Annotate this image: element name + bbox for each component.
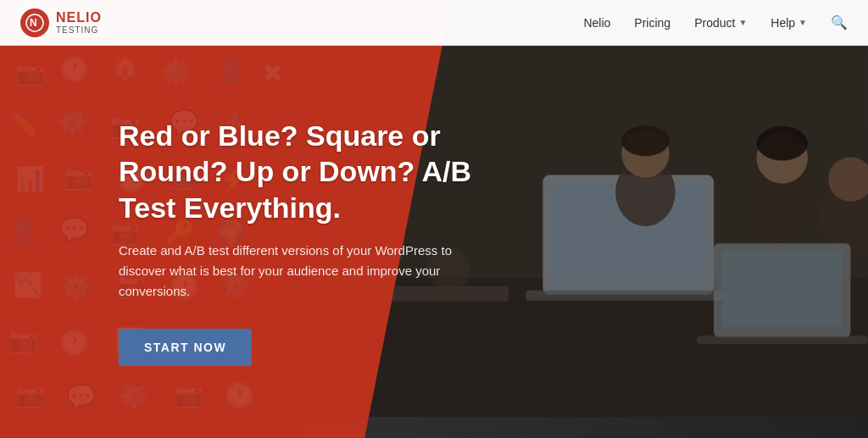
- hero-section: 📷 🕐 🏠 ⚙️ 👤 ✖ ✏️ ⚙️ 📷 💬 🔧 📊 📷 🕐 📺 ⚡ 👤 💬 📷…: [0, 0, 868, 438]
- logo-nelio: NELIO: [56, 10, 102, 25]
- hero-content: Red or Blue? Square or Round? Up or Down…: [0, 46, 868, 438]
- nav-help[interactable]: Help ▼: [771, 16, 807, 30]
- navbar: N NELIO testing Nelio Pricing Product ▼ …: [0, 0, 868, 46]
- help-dropdown-arrow: ▼: [798, 18, 807, 27]
- nav-pricing[interactable]: Pricing: [634, 16, 670, 30]
- logo[interactable]: N NELIO testing: [20, 8, 102, 37]
- nav-nelio[interactable]: Nelio: [583, 16, 610, 30]
- hero-headline: Red or Blue? Square or Round? Up or Down…: [119, 118, 526, 226]
- logo-text: NELIO testing: [56, 10, 102, 35]
- logo-icon: N: [20, 8, 49, 37]
- svg-text:N: N: [30, 17, 37, 29]
- navbar-nav: Nelio Pricing Product ▼ Help ▼ 🔍: [583, 14, 848, 30]
- start-now-button[interactable]: START NOW: [119, 329, 252, 366]
- hero-text-block: Red or Blue? Square or Round? Up or Down…: [119, 118, 526, 367]
- logo-testing: testing: [56, 25, 102, 35]
- nav-product[interactable]: Product ▼: [694, 16, 747, 30]
- search-icon[interactable]: 🔍: [831, 14, 848, 30]
- product-dropdown-arrow: ▼: [738, 18, 747, 27]
- hero-subtext: Create and A/B test different versions o…: [119, 241, 483, 302]
